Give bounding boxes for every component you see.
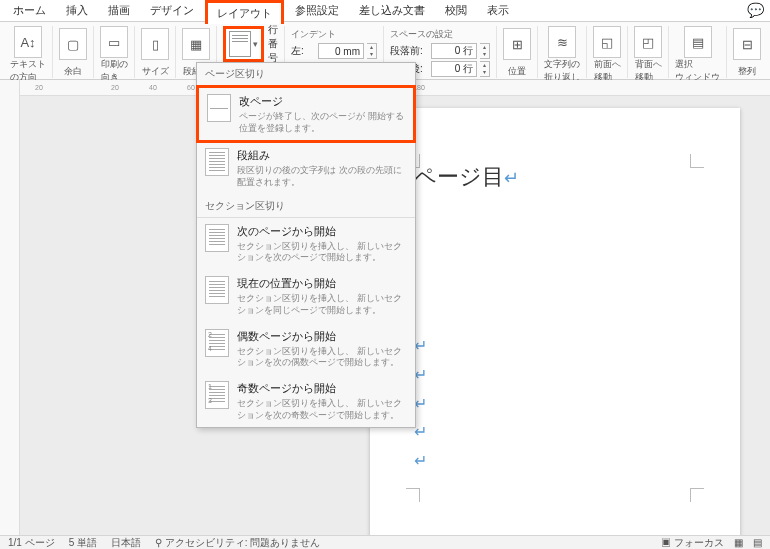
view-mode-icon[interactable]: ▦ [734, 537, 743, 548]
break-type-icon [205, 224, 229, 252]
spacing-before-field[interactable]: 0 行 [431, 43, 477, 59]
indent-left-field[interactable]: 0 mm [318, 43, 364, 59]
wrap-icon[interactable]: ≋ [548, 26, 576, 58]
break-type-icon: 24 [205, 329, 229, 357]
dropdown-item-偶数ページから開始[interactable]: 24偶数ページから開始セクション区切りを挿入し、 新しいセクションを次の偶数ペー… [197, 323, 415, 375]
position-icon[interactable]: ⊞ [503, 28, 531, 60]
indent-left-stepper[interactable]: ▴▾ [367, 43, 377, 59]
dropdown-section-header: ページ区切り [197, 63, 415, 86]
margins-icon[interactable]: ▢ [59, 28, 87, 60]
dropdown-item-段組み[interactable]: 段組み段区切りの後の文字列は 次の段の先頭に配置されます。 [197, 142, 415, 194]
spacing-after-stepper[interactable]: ▴▾ [480, 61, 490, 77]
status-lang[interactable]: 日本語 [111, 536, 141, 550]
status-a11y[interactable]: ⚲ アクセシビリティ: 問題ありません [155, 536, 320, 550]
breaks-button[interactable]: ▾ [223, 26, 264, 62]
view-mode-icon[interactable]: ▤ [753, 537, 762, 548]
breaks-icon [229, 31, 251, 57]
spacing-before-label: 段落前: [390, 44, 428, 58]
margins-label: 余白 [64, 65, 82, 78]
page[interactable]: ページ目↵ ↵↵↵↵↵ [370, 108, 740, 535]
dropdown-item-現在の位置から開始[interactable]: 現在の位置から開始セクション区切りを挿入し、 新しいセクションを同じページで開始… [197, 270, 415, 322]
dropdown-item-改ページ[interactable]: 改ページページが終了し、次のページが 開始する位置を登録します。 [196, 85, 416, 143]
margin-corner-icon [690, 154, 704, 168]
dropdown-item-desc: セクション区切りを挿入し、 新しいセクションを次の偶数ページで開始します。 [237, 346, 407, 369]
forward-icon[interactable]: ◱ [593, 26, 621, 58]
status-page[interactable]: 1/1 ページ [8, 536, 55, 550]
indent-header: インデント [291, 28, 377, 41]
dropdown-item-title: 段組み [237, 148, 407, 163]
size-label: サイズ [142, 65, 169, 78]
tab-差し込み文書[interactable]: 差し込み文書 [350, 0, 434, 21]
dropdown-item-title: 改ページ [239, 94, 405, 109]
columns-icon[interactable]: ▦ [182, 28, 210, 60]
align-icon[interactable]: ⊟ [733, 28, 761, 60]
dropdown-section-header: セクション区切り [197, 195, 415, 218]
document-text[interactable]: ページ目↵ [414, 162, 696, 192]
break-type-icon: 13 [205, 381, 229, 409]
dropdown-item-desc: セクション区切りを挿入し、 新しいセクションを次のページで開始します。 [237, 241, 407, 264]
spacing-after-field[interactable]: 0 行 [431, 61, 477, 77]
text-direction-icon[interactable]: A↕ [14, 26, 42, 58]
margin-corner-icon [406, 488, 420, 502]
dropdown-item-desc: 段区切りの後の文字列は 次の段の先頭に配置されます。 [237, 165, 407, 188]
backward-icon[interactable]: ◰ [634, 26, 662, 58]
dropdown-item-title: 現在の位置から開始 [237, 276, 407, 291]
break-type-icon [205, 276, 229, 304]
tab-ホーム[interactable]: ホーム [4, 0, 55, 21]
paragraph-marks: ↵↵↵↵↵ [414, 332, 696, 476]
paragraph-mark-icon: ↵ [504, 168, 519, 188]
dropdown-item-title: 次のページから開始 [237, 224, 407, 239]
margin-corner-icon [690, 488, 704, 502]
tab-レイアウト[interactable]: レイアウト [205, 0, 284, 24]
tab-挿入[interactable]: 挿入 [57, 0, 97, 21]
dropdown-item-desc: セクション区切りを挿入し、 新しいセクションを同じページで開始します。 [237, 293, 407, 316]
spacing-before-stepper[interactable]: ▴▾ [480, 43, 490, 59]
dropdown-item-奇数ページから開始[interactable]: 13奇数ページから開始セクション区切りを挿入し、 新しいセクションを次の奇数ペー… [197, 375, 415, 427]
chevron-down-icon: ▾ [253, 39, 258, 49]
status-bar: 1/1 ページ 5 単語 日本語 ⚲ アクセシビリティ: 問題ありません ▣ フ… [0, 535, 770, 549]
status-focus[interactable]: ▣ フォーカス [661, 536, 724, 550]
size-icon[interactable]: ▯ [141, 28, 169, 60]
dropdown-item-desc: ページが終了し、次のページが 開始する位置を登録します。 [239, 111, 405, 134]
indent-left-label: 左: [291, 44, 315, 58]
break-type-icon [205, 148, 229, 176]
tab-校閲[interactable]: 校閲 [436, 0, 476, 21]
break-type-icon [207, 94, 231, 122]
status-words[interactable]: 5 単語 [69, 536, 97, 550]
orientation-icon[interactable]: ▭ [100, 26, 128, 58]
align-label: 整列 [738, 65, 756, 78]
tab-描画[interactable]: 描画 [99, 0, 139, 21]
dropdown-item-desc: セクション区切りを挿入し、 新しいセクションを次の奇数ページで開始します。 [237, 398, 407, 421]
dropdown-item-次のページから開始[interactable]: 次のページから開始セクション区切りを挿入し、 新しいセクションを次のページで開始… [197, 218, 415, 270]
comment-icon[interactable]: 💬 [747, 2, 764, 18]
vertical-ruler [0, 80, 20, 535]
spacing-header: スペースの設定 [390, 28, 490, 41]
position-label: 位置 [508, 65, 526, 78]
selection-pane-icon[interactable]: ▤ [684, 26, 712, 58]
dropdown-item-title: 偶数ページから開始 [237, 329, 407, 344]
tab-参照設定[interactable]: 参照設定 [286, 0, 348, 21]
tab-表示[interactable]: 表示 [478, 0, 518, 21]
dropdown-item-title: 奇数ページから開始 [237, 381, 407, 396]
breaks-dropdown: ページ区切り改ページページが終了し、次のページが 開始する位置を登録します。段組… [196, 62, 416, 428]
tab-bar: ホーム挿入描画デザインレイアウト参照設定差し込み文書校閲表示 [0, 0, 770, 22]
tab-デザイン[interactable]: デザイン [141, 0, 203, 21]
